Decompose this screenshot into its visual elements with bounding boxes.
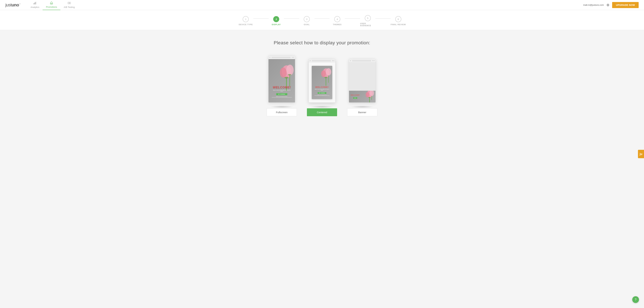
- logo-tm: ™: [19, 3, 20, 5]
- fullscreen-button[interactable]: Fullscreen: [267, 108, 297, 116]
- step-label-2: DISPLAY: [272, 24, 281, 26]
- nav-item-ab-testing[interactable]: A/B Testing: [60, 0, 78, 10]
- svg-rect-0: [34, 3, 34, 4]
- dot3: [374, 60, 374, 61]
- step-4[interactable]: 4 THEMES: [330, 16, 345, 26]
- wizard-bar: 1 DEVICE TYPE 2 DISPLAY 3 GOAL 4 THEMES: [0, 10, 644, 30]
- url-bar: [272, 57, 291, 58]
- svg-rect-3: [36, 2, 36, 4]
- nav-item-promotions[interactable]: Promotions: [42, 0, 60, 10]
- url-bar: [352, 60, 371, 61]
- banner-mockup: WELCOME! SAVE: [349, 59, 376, 103]
- welcome-text-centered: WELCOME!: [314, 86, 330, 88]
- browser-bar-fullscreen: [268, 56, 295, 59]
- page-title: Please select how to display your promot…: [211, 40, 433, 46]
- tulip-svg-banner: [364, 91, 376, 102]
- welcome-text-banner: WELCOME!: [351, 94, 360, 96]
- step-circle-2: 2: [273, 16, 279, 22]
- logo[interactable]: justuno™: [5, 2, 20, 8]
- promotions-icon: [50, 1, 53, 5]
- centered-button[interactable]: Centered: [307, 108, 337, 116]
- svg-point-15: [321, 70, 326, 77]
- side-tab[interactable]: ju: [638, 150, 644, 158]
- dot1: [350, 60, 351, 61]
- step-label-5: USER AUDIENCE: [360, 23, 375, 27]
- fullscreen-mockup-wrapper: WELCOME! Want to save money while you sh…: [268, 56, 295, 103]
- centered-mockup: WELCOME! Want to save money while you sh…: [308, 59, 336, 103]
- welcome-sub-centered: Want to save money while you shop for mo…: [314, 89, 330, 91]
- banner-body: WELCOME! SAVE: [349, 62, 376, 102]
- nav-label-analytics: Analytics: [30, 6, 39, 9]
- step-circle-6: 6: [395, 16, 401, 22]
- dot2: [372, 60, 373, 61]
- svg-point-12: [288, 74, 291, 75]
- centered-mockup-wrapper: WELCOME! Want to save money while you sh…: [308, 59, 336, 103]
- dot2: [332, 60, 333, 61]
- step-6[interactable]: 6 FINAL REVIEW: [390, 16, 406, 26]
- dot3: [293, 57, 294, 58]
- fullscreen-preview: WELCOME! Want to save money while you sh…: [268, 59, 295, 102]
- settings-icon[interactable]: ⚙: [606, 3, 610, 7]
- svg-point-14: [326, 68, 331, 76]
- step-circle-4: 4: [334, 16, 340, 22]
- tulip-svg-centered: [319, 66, 332, 86]
- welcome-btn-centered: OF COURSE!: [318, 92, 326, 94]
- logo-just: just: [5, 2, 12, 8]
- display-option-centered[interactable]: WELCOME! Want to save money while you sh…: [307, 59, 337, 116]
- svg-rect-1: [34, 3, 35, 4]
- step-circle-5: 5: [365, 15, 371, 21]
- svg-rect-22: [369, 97, 370, 102]
- nav-item-analytics[interactable]: Analytics: [27, 0, 42, 10]
- user-email: matt.m@justuno.com: [583, 4, 604, 6]
- step-3[interactable]: 3 GOAL: [299, 16, 314, 26]
- nav-label-promotions: Promotions: [46, 6, 57, 8]
- welcome-link-full: Maybe I Like Paying Full Price: [272, 96, 292, 97]
- step-circle-3: 3: [304, 16, 310, 22]
- dot1: [310, 60, 310, 61]
- banner-shadow: [350, 106, 374, 108]
- svg-rect-11: [290, 75, 290, 86]
- url-bar: [312, 60, 331, 61]
- browser-bar-banner: [349, 59, 376, 62]
- svg-rect-5: [70, 2, 70, 4]
- step-5[interactable]: 5 USER AUDIENCE: [360, 15, 375, 27]
- dot1: [270, 57, 270, 58]
- logo-uno: uno: [12, 2, 19, 8]
- svg-rect-16: [326, 77, 326, 86]
- step-label-4: THEMES: [333, 24, 342, 26]
- svg-point-21: [366, 92, 369, 97]
- display-option-fullscreen[interactable]: WELCOME! Want to save money while you sh…: [267, 56, 297, 116]
- step-label-1: DEVICE TYPE: [239, 24, 253, 26]
- step-label-3: GOAL: [304, 24, 310, 26]
- svg-rect-24: [372, 96, 372, 100]
- welcome-text-full: WELCOME!: [272, 86, 292, 89]
- browser-bar-centered: [309, 59, 335, 62]
- nav-label-ab-testing: A/B Testing: [64, 6, 75, 9]
- help-button[interactable]: ?: [632, 296, 639, 303]
- centered-shadow: [310, 106, 334, 108]
- fullscreen-mockup: WELCOME! Want to save money while you sh…: [268, 56, 295, 103]
- svg-point-8: [280, 68, 286, 78]
- main-nav: Analytics Promotions A/B Testing: [27, 0, 583, 10]
- step-2[interactable]: 2 DISPLAY: [269, 16, 284, 26]
- fullscreen-shadow: [270, 106, 294, 108]
- step-label-6: FINAL REVIEW: [390, 24, 406, 26]
- header: justuno™ Analytics Promotions A/B Testin…: [0, 0, 644, 10]
- svg-point-23: [368, 97, 371, 98]
- welcome-btn-full: OF COURSE!: [276, 93, 288, 95]
- banner-strip: WELCOME! SAVE: [349, 91, 376, 102]
- banner-button[interactable]: Banner: [347, 108, 377, 116]
- step-1[interactable]: 1 DEVICE TYPE: [238, 16, 254, 26]
- steps-container: 1 DEVICE TYPE 2 DISPLAY 3 GOAL 4 THEMES: [238, 15, 406, 27]
- page-area: [349, 62, 376, 91]
- upgrade-button[interactable]: UPGRADE NOW: [612, 2, 639, 8]
- svg-rect-2: [35, 2, 36, 4]
- main-content: Please select how to display your promot…: [204, 30, 440, 123]
- welcome-link-centered: Maybe I Like Paying Full Price: [314, 95, 330, 96]
- banner-save-btn: SAVE: [353, 97, 358, 99]
- display-options: WELCOME! Want to save money while you sh…: [211, 56, 433, 116]
- centered-popup: WELCOME! Want to save money while you sh…: [312, 66, 332, 99]
- step-circle-1: 1: [243, 16, 249, 22]
- banner-mockup-wrapper: WELCOME! SAVE: [349, 59, 376, 103]
- display-option-banner[interactable]: WELCOME! SAVE Banner: [347, 59, 377, 116]
